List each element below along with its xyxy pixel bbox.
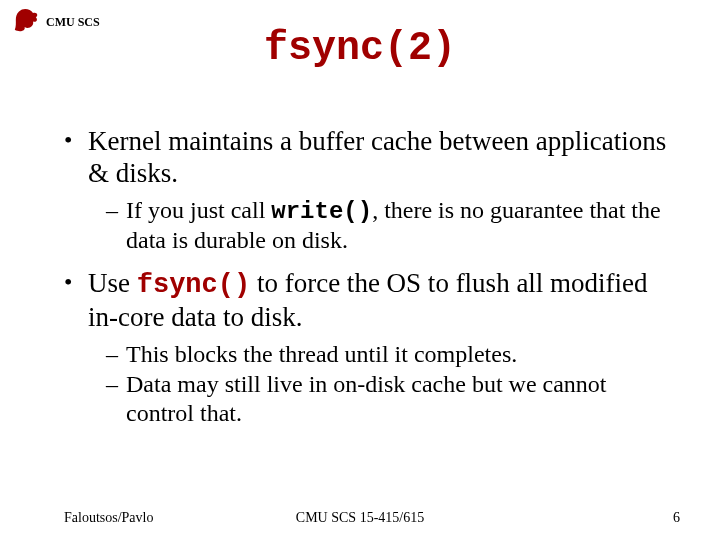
slide: CMU SCS fsync(2) Kernel maintains a buff… xyxy=(0,0,720,540)
bullet-text-pre: Use xyxy=(88,268,137,298)
inline-code: write() xyxy=(271,198,372,225)
slide-body: Kernel maintains a buffer cache between … xyxy=(64,126,672,441)
footer-left: Faloutsos/Pavlo xyxy=(64,510,153,526)
bullet-item: Kernel maintains a buffer cache between … xyxy=(64,126,672,254)
footer-page-number: 6 xyxy=(673,510,680,526)
footer-center: CMU SCS 15-415/615 xyxy=(296,510,424,526)
sub-text: This blocks the thread until it complete… xyxy=(126,341,517,367)
sub-bullet-item: Data may still live in on-disk cache but… xyxy=(106,370,672,427)
sub-text: Data may still live in on-disk cache but… xyxy=(126,371,607,425)
sub-text-pre: If you just call xyxy=(126,197,271,223)
inline-code: fsync() xyxy=(137,270,250,300)
bullet-item: Use fsync() to force the OS to flush all… xyxy=(64,268,672,427)
bullet-text: Kernel maintains a buffer cache between … xyxy=(88,126,666,188)
sub-bullet-item: This blocks the thread until it complete… xyxy=(106,340,672,368)
slide-title: fsync(2) xyxy=(0,26,720,71)
sub-bullet-item: If you just call write(), there is no gu… xyxy=(106,196,672,255)
